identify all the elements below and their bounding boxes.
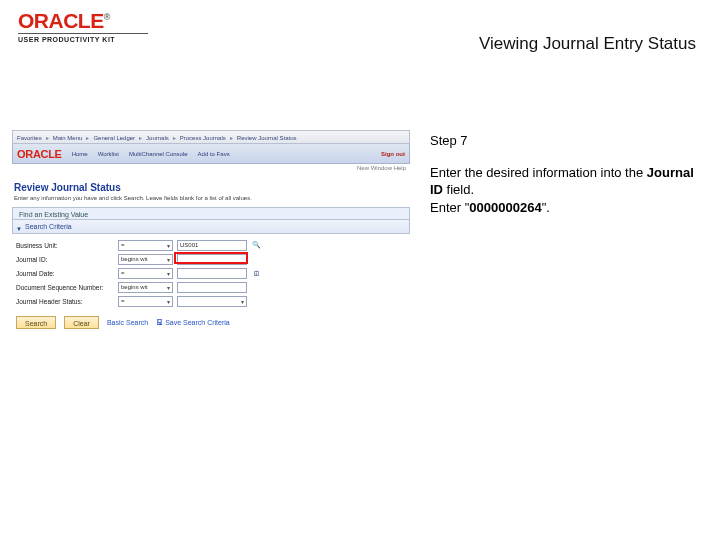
section-title: Review Journal Status — [14, 182, 410, 193]
clear-button[interactable]: Clear — [64, 316, 99, 329]
upk-label: USER PRODUCTIVITY KIT — [18, 33, 148, 43]
crumb-main[interactable]: Main Menu — [53, 131, 83, 143]
button-row: Search Clear Basic Search Save Search Cr… — [16, 316, 410, 329]
label-business-unit: Business Unit: — [16, 242, 114, 249]
instruction-panel: Step 7 Enter the desired information int… — [430, 132, 700, 216]
save-search-link[interactable]: Save Search Criteria — [156, 319, 230, 326]
label-journal-id: Journal ID: — [16, 256, 114, 263]
row-journal-date: Journal Date: = 🗓 — [16, 266, 406, 280]
crumb-gl[interactable]: General Ledger — [93, 131, 135, 143]
crumb-process[interactable]: Process Journals — [180, 131, 226, 143]
lookup-icon[interactable]: 🔍 — [251, 240, 261, 251]
instr-text: ". — [542, 200, 550, 215]
input-business-unit[interactable]: US001 — [177, 240, 247, 251]
input-header-status[interactable] — [177, 296, 247, 307]
calendar-icon[interactable]: 🗓 — [251, 268, 261, 279]
row-doc-seq: Document Sequence Number: begins wit — [16, 280, 406, 294]
label-header-status: Journal Header Status: — [16, 298, 114, 305]
crumb-favorites[interactable]: Favorites — [17, 131, 42, 143]
op-doc-seq[interactable]: begins wit — [118, 282, 173, 293]
oracle-logo: ORACLE® — [18, 10, 148, 31]
input-journal-date[interactable] — [177, 268, 247, 279]
nav-fav[interactable]: Add to Favs — [198, 151, 230, 157]
instr-text: field. — [443, 182, 474, 197]
find-existing-bar[interactable]: Find an Existing Value — [12, 207, 410, 220]
nav-home[interactable]: Home — [72, 151, 88, 157]
app-nav: Home Worklist MultiChannel Console Add t… — [72, 151, 230, 157]
row-journal-id: Journal ID: begins wit — [16, 252, 406, 266]
oracle-logo-text: ORACLE — [18, 9, 104, 32]
page-title: Viewing Journal Entry Status — [479, 34, 696, 54]
row-business-unit: Business Unit: = US001 🔍 — [16, 238, 406, 252]
app-screenshot: Favorites▸ Main Menu▸ General Ledger▸ Jo… — [12, 130, 410, 329]
nav-mcc[interactable]: MultiChannel Console — [129, 151, 188, 157]
search-criteria-header[interactable]: Search Criteria — [12, 220, 410, 234]
op-journal-date[interactable]: = — [118, 268, 173, 279]
basic-search-link[interactable]: Basic Search — [107, 319, 148, 326]
label-doc-seq: Document Sequence Number: — [16, 284, 114, 291]
crumb-journals[interactable]: Journals — [146, 131, 169, 143]
instruction-body: Enter the desired information into the J… — [430, 164, 700, 217]
instr-text: Enter the desired information into the — [430, 165, 647, 180]
op-business-unit[interactable]: = — [118, 240, 173, 251]
instr-value: 0000000264 — [469, 200, 541, 215]
step-label: Step 7 — [430, 132, 700, 150]
nav-signout[interactable]: Sign out — [381, 151, 405, 157]
section-desc: Enter any information you have and click… — [14, 195, 410, 201]
input-journal-id[interactable] — [177, 254, 247, 265]
nav-worklist[interactable]: Worklist — [98, 151, 119, 157]
label-journal-date: Journal Date: — [16, 270, 114, 277]
instr-text: Enter " — [430, 200, 469, 215]
row-header-status: Journal Header Status: = — [16, 294, 406, 308]
input-doc-seq[interactable] — [177, 282, 247, 293]
op-journal-id[interactable]: begins wit — [118, 254, 173, 265]
crumb-review[interactable]: Review Journal Status — [237, 131, 297, 143]
op-header-status[interactable]: = — [118, 296, 173, 307]
util-bar[interactable]: New Window Help — [12, 164, 410, 176]
app-header: ORACLE Home Worklist MultiChannel Consol… — [12, 144, 410, 164]
brand-block: ORACLE® USER PRODUCTIVITY KIT — [18, 10, 148, 43]
breadcrumb[interactable]: Favorites▸ Main Menu▸ General Ledger▸ Jo… — [12, 130, 410, 144]
app-logo: ORACLE — [17, 148, 62, 160]
search-button[interactable]: Search — [16, 316, 56, 329]
